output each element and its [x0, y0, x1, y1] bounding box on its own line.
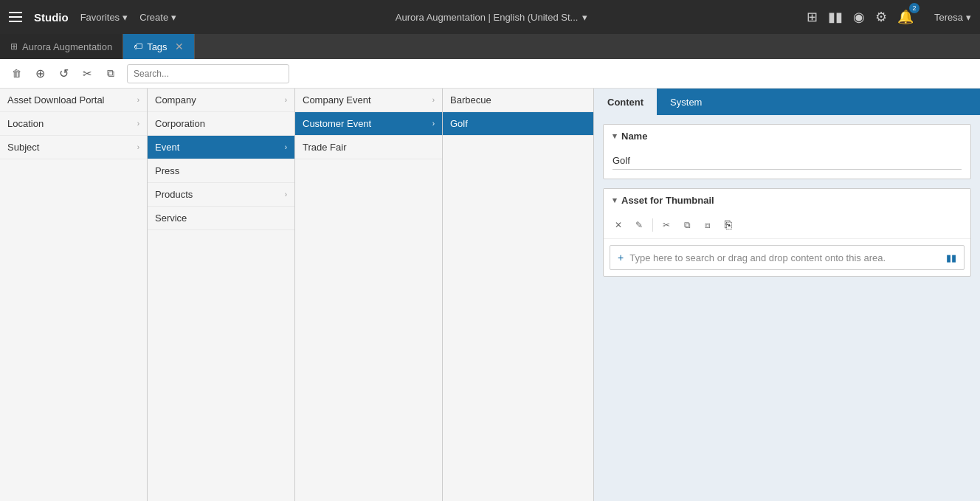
user-menu[interactable]: Teresa ▾ [934, 12, 971, 23]
circle-icon[interactable]: ◉ [853, 9, 865, 25]
delete-button[interactable]: 🗑 [6, 63, 27, 84]
navbar-right: ⊞ ▮▮ ◉ ⚙ 🔔 2 Teresa ▾ [807, 9, 971, 25]
right-panel: Content System ▾ Name Golf ▾ [594, 89, 980, 501]
app-tab-label: Aurora Augmentation [22, 41, 112, 52]
tags-tab[interactable]: 🏷 Tags ✕ [123, 34, 194, 59]
asset-section-title: Asset for Thumbnail [621, 195, 714, 206]
add-icon: + [618, 252, 624, 263]
tags-icon: 🏷 [134, 41, 142, 52]
grid-apps-icon[interactable]: ⊞ [807, 9, 818, 25]
chevron-right-icon: › [285, 190, 287, 198]
col3-trade-fair[interactable]: Trade Fair [295, 136, 442, 159]
chevron-right-icon: › [137, 143, 139, 151]
chevron-right-icon: › [137, 120, 139, 128]
navbar: Studio Favorites ▾ Create ▾ Aurora Augme… [0, 0, 980, 34]
right-panel-body: ▾ Name Golf ▾ Asset for Thumbnail ✕ ✎ ✂ [594, 115, 980, 294]
col3-company-event[interactable]: Company Event › [295, 89, 442, 112]
brand-name: Studio [34, 11, 69, 24]
asset-section-header[interactable]: ▾ Asset for Thumbnail [604, 189, 970, 212]
name-value: Golf [612, 152, 962, 170]
add-button[interactable]: ⊕ [30, 63, 50, 84]
asset-cut-button[interactable]: ✂ [658, 216, 675, 234]
hamburger-menu[interactable] [9, 12, 22, 22]
cut-button[interactable]: ✂ [77, 63, 97, 84]
collapse-icon: ▾ [612, 196, 617, 205]
copy-icon: ⧉ [107, 67, 114, 80]
right-panel-tabs: Content System [594, 89, 980, 115]
name-section-body: Golf [604, 148, 970, 179]
asset-thumbnail-section: ▾ Asset for Thumbnail ✕ ✎ ✂ ⧉ ⧈ ⎘ + Type… [603, 188, 971, 277]
cut-icon: ✂ [83, 67, 92, 80]
tabbar: ⊞ Aurora Augmentation 🏷 Tags ✕ [0, 34, 980, 59]
copy-button[interactable]: ⧉ [100, 63, 121, 84]
workspace-selector[interactable]: Aurora Augmentation | English (United St… [188, 12, 795, 23]
main-area: Asset Download Portal › Location › Subje… [0, 89, 980, 501]
chevron-right-icon: › [432, 96, 435, 104]
create-menu[interactable]: Create ▾ [139, 12, 176, 23]
col3-panel: Company Event › Customer Event › Trade F… [295, 89, 443, 501]
col4-panel: Barbecue Golf [443, 89, 594, 501]
asset-library-icon: ▮▮ [946, 252, 956, 263]
settings-icon[interactable]: ⚙ [875, 9, 887, 25]
collapse-icon: ▾ [612, 131, 617, 141]
asset-drop-placeholder: Type here to search or drag and drop con… [629, 252, 886, 263]
col2-service[interactable]: Service [148, 207, 294, 230]
tab-content[interactable]: Content [594, 89, 657, 115]
toolbar: 🗑 ⊕ ↺ ✂ ⧉ [0, 59, 980, 89]
asset-drop-zone[interactable]: + Type here to search or drag and drop c… [610, 245, 965, 270]
col2-products[interactable]: Products › [148, 183, 294, 207]
favorites-menu[interactable]: Favorites ▾ [80, 12, 128, 23]
chevron-right-icon: › [137, 96, 139, 104]
col1-panel: Asset Download Portal › Location › Subje… [0, 89, 148, 501]
bookmarks-icon[interactable]: ▮▮ [828, 9, 843, 25]
col3-customer-event[interactable]: Customer Event › [295, 112, 442, 136]
asset-edit-button[interactable]: ✎ [630, 216, 648, 234]
asset-toolbar: ✕ ✎ ✂ ⧉ ⧈ ⎘ [604, 212, 970, 239]
col1-subject[interactable]: Subject › [0, 136, 147, 159]
col2-press[interactable]: Press [148, 159, 294, 183]
name-section-title: Name [621, 131, 647, 142]
col4-barbecue[interactable]: Barbecue [443, 89, 593, 112]
col2-corporation[interactable]: Corporation [148, 112, 294, 136]
chevron-right-icon: › [285, 96, 287, 104]
asset-delete-button[interactable]: ✕ [610, 216, 627, 234]
name-section: ▾ Name Golf [603, 124, 971, 179]
refresh-button[interactable]: ↺ [53, 63, 74, 84]
tags-tab-label: Tags [147, 41, 167, 52]
col2-event[interactable]: Event › [148, 136, 294, 159]
app-tab[interactable]: ⊞ Aurora Augmentation [0, 34, 123, 59]
asset-copy-button[interactable]: ⧉ [678, 216, 696, 234]
col2-company[interactable]: Company › [148, 89, 294, 112]
col1-location[interactable]: Location › [0, 112, 147, 136]
tab-system[interactable]: System [657, 89, 715, 115]
chevron-right-icon: › [432, 120, 435, 128]
asset-divider [652, 218, 653, 232]
col1-asset-download-portal[interactable]: Asset Download Portal › [0, 89, 147, 112]
name-section-header[interactable]: ▾ Name [604, 125, 970, 148]
col2-panel: Company › Corporation Event › Press Prod… [148, 89, 295, 501]
asset-special-button[interactable]: ⎘ [720, 216, 737, 234]
tags-tab-close[interactable]: ✕ [175, 41, 184, 52]
notification-badge: 2 [909, 3, 919, 13]
delete-icon: 🗑 [12, 68, 21, 79]
search-input[interactable] [127, 64, 289, 83]
notifications[interactable]: 🔔 2 [897, 9, 924, 25]
app-tab-icon: ⊞ [10, 41, 18, 52]
chevron-right-icon: › [285, 143, 287, 151]
refresh-icon: ↺ [59, 66, 69, 80]
add-icon: ⊕ [35, 66, 45, 80]
asset-paste-button[interactable]: ⧈ [699, 216, 717, 234]
col4-golf[interactable]: Golf [443, 112, 593, 136]
